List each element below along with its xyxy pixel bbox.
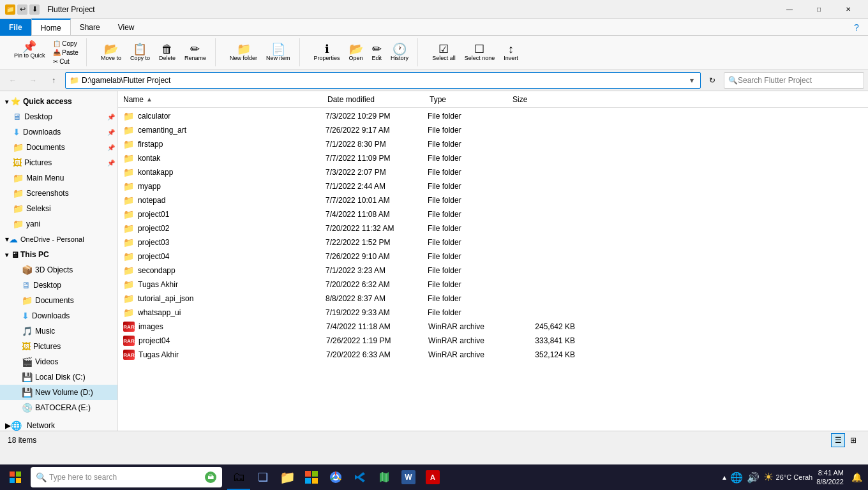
new-item-btn[interactable]: 📄New item [262, 42, 294, 63]
sidebar-item-documents-pc[interactable]: 📁 Documents [0, 293, 117, 308]
file-row[interactable]: 📁 cemanting_art 7/26/2022 9:17 AM File f… [118, 123, 868, 137]
file-row[interactable]: RAR project04 7/26/2022 1:19 PM WinRAR a… [118, 334, 868, 348]
sidebar-item-downloads-quick[interactable]: ⬇ Downloads 📌 [0, 124, 117, 140]
taskbar-app-word[interactable]: W [397, 464, 420, 490]
paste-btn[interactable]: 📥 Paste [50, 48, 81, 57]
col-header-date[interactable]: Date modified [327, 91, 430, 108]
sidebar-item-localc[interactable]: 💾 Local Disk (C:) [0, 369, 117, 385]
sidebar-item-newvol[interactable]: 💾 New Volume (D:) [0, 385, 117, 400]
start-button[interactable] [3, 464, 28, 490]
address-bar[interactable]: 📁 D:\gamelab\Flutter Project ▾ [65, 72, 701, 89]
file-row[interactable]: 📁 myapp 7/1/2022 2:44 AM File folder [118, 179, 868, 193]
maximize-button[interactable]: □ [804, 0, 834, 19]
back-button[interactable]: ← [4, 72, 22, 89]
file-row[interactable]: 📁 Tugas Akhir 7/20/2022 6:32 AM File fol… [118, 278, 868, 292]
sidebar-item-music[interactable]: 🎵 Music [0, 323, 117, 339]
ribbon-help-button[interactable]: ? [848, 19, 865, 36]
taskbar-app-task-view[interactable]: ❑ [251, 464, 274, 490]
sidebar-item-videos[interactable]: 🎬 Videos [0, 354, 117, 369]
tab-home[interactable]: Home [31, 19, 71, 35]
select-all-btn[interactable]: ☑Select all [428, 42, 460, 63]
select-none-btn[interactable]: ☐Select none [461, 42, 499, 63]
col-header-type[interactable]: Type [430, 91, 513, 108]
file-row[interactable]: 📁 project03 7/22/2022 1:52 PM File folde… [118, 235, 868, 249]
tab-view[interactable]: View [109, 19, 144, 36]
details-view-button[interactable]: ☰ [831, 433, 845, 447]
sidebar-item-mainmenu[interactable]: 📁 Main Menu [0, 170, 117, 186]
move-to-btn[interactable]: 📂Move to [97, 42, 125, 63]
minimize-button[interactable]: — [775, 0, 804, 19]
file-row[interactable]: 📁 whatsapp_ui 7/19/2022 9:33 AM File fol… [118, 306, 868, 320]
file-row[interactable]: RAR images 7/4/2022 11:18 AM WinRAR arch… [118, 320, 868, 334]
address-dropdown-button[interactable]: ▾ [687, 76, 696, 85]
forward-button[interactable]: → [24, 72, 42, 89]
sidebar-item-pictures-pc[interactable]: 🖼 Pictures [0, 339, 117, 354]
col-header-name[interactable]: Name ▲ [123, 91, 327, 108]
taskbar-app-maps[interactable] [373, 464, 396, 490]
file-date: 7/26/2022 1:19 PM [326, 336, 428, 345]
taskbar-app-chrome[interactable] [324, 464, 347, 490]
sidebar-item-desktop-quick[interactable]: 🖥 Desktop 📌 [0, 109, 117, 124]
volume-icon[interactable]: 🔊 [747, 471, 760, 484]
search-box[interactable]: 🔍 [724, 72, 864, 89]
clock[interactable]: 8:41 AM 8/8/2022 [816, 468, 844, 487]
file-row[interactable]: 📁 notepad 7/7/2022 10:01 AM File folder [118, 193, 868, 207]
cut-btn[interactable]: ✂ Cut [50, 57, 81, 66]
file-row[interactable]: 📁 project01 7/4/2022 11:08 AM File folde… [118, 207, 868, 221]
invert-btn[interactable]: ↕Invert [500, 42, 522, 63]
large-icons-view-button[interactable]: ⊞ [846, 433, 860, 447]
pin-quick-access-btn[interactable]: 📌Pin to Quick [10, 40, 49, 66]
taskbar-expand-icon[interactable]: ▴ [722, 473, 726, 482]
sidebar-item-downloads-pc[interactable]: ⬇ Downloads [0, 308, 117, 323]
quick-access-header[interactable]: ▾ ⭐ Quick access [0, 94, 117, 109]
open-btn[interactable]: 📂Open [345, 42, 367, 63]
tab-file[interactable]: File [0, 19, 31, 36]
file-row[interactable]: 📁 kontakapp 7/3/2022 2:07 PM File folder [118, 165, 868, 179]
taskbar-app-store[interactable] [300, 464, 323, 490]
up-button[interactable]: ↑ [45, 72, 63, 89]
copy-btn[interactable]: 📋 Copy [50, 40, 81, 48]
file-row[interactable]: 📁 project02 7/20/2022 11:32 AM File fold… [118, 221, 868, 235]
thispc-header[interactable]: ▾ 🖥 This PC [0, 247, 117, 262]
taskbar-app-file-manager[interactable]: 📁 [276, 464, 299, 490]
taskbar-app-vscode[interactable] [348, 464, 371, 490]
new-folder-btn[interactable]: 📁New folder [226, 42, 261, 63]
sidebar-downloads-pc-label: Downloads [32, 311, 70, 320]
sidebar-item-documents-quick[interactable]: 📁 Documents 📌 [0, 140, 117, 155]
edit-btn[interactable]: ✏Edit [368, 42, 386, 63]
history-btn[interactable]: 🕐History [387, 42, 412, 63]
col-header-size[interactable]: Size [513, 91, 576, 108]
sidebar-item-pictures-quick[interactable]: 🖼 Pictures 📌 [0, 155, 117, 170]
sidebar-item-batocera[interactable]: 💿 BATOCERA (E:) [0, 400, 117, 415]
file-row[interactable]: 📁 kontak 7/7/2022 11:09 PM File folder [118, 151, 868, 165]
weather-display[interactable]: ☀ 26°C Cerah [763, 470, 813, 484]
file-row[interactable]: 📁 tutorial_api_json 8/8/2022 8:37 AM Fil… [118, 292, 868, 306]
file-row[interactable]: 📁 calculator 7/3/2022 10:29 PM File fold… [118, 109, 868, 123]
close-button[interactable]: ✕ [834, 0, 863, 19]
sidebar-item-onedrive[interactable]: ▾ ☁ OneDrive - Personal [0, 232, 117, 247]
title-icon-2[interactable]: ↩ [17, 4, 27, 15]
file-row[interactable]: 📁 firstapp 7/1/2022 8:30 PM File folder [118, 137, 868, 151]
sidebar-item-network[interactable]: ▶ 🌐 Network [0, 418, 117, 431]
rename-btn[interactable]: ✏Rename [181, 42, 210, 63]
taskbar-app-acrobat[interactable]: A [421, 464, 444, 490]
notification-button[interactable]: 🔔 [848, 464, 865, 490]
file-row[interactable]: 📁 project04 7/26/2022 9:10 AM File folde… [118, 249, 868, 264]
sidebar-item-yani[interactable]: 📁 yani [0, 216, 117, 232]
taskbar-app-file-explorer[interactable]: 🗂 [227, 464, 250, 490]
taskbar-search-box[interactable]: 🔍 Type here to search 🏔 [31, 467, 222, 487]
sidebar-item-screenshots[interactable]: 📁 Screenshots [0, 186, 117, 201]
copy-to-btn[interactable]: 📋Copy to [126, 42, 154, 63]
search-input[interactable] [738, 76, 860, 85]
sidebar-item-3dobjects[interactable]: 📦 3D Objects [0, 262, 117, 278]
tab-share[interactable]: Share [71, 19, 109, 36]
file-row[interactable]: RAR Tugas Akhir 7/20/2022 6:33 AM WinRAR… [118, 348, 868, 362]
network-status-icon[interactable]: 🌐 [730, 471, 743, 484]
sidebar-item-desktop-pc[interactable]: 🖥 Desktop [0, 278, 117, 293]
refresh-button[interactable]: ↻ [703, 72, 721, 89]
title-icon-3[interactable]: ⬇ [29, 4, 40, 15]
properties-btn[interactable]: ℹProperties [310, 42, 344, 63]
file-row[interactable]: 📁 secondapp 7/1/2022 3:23 AM File folder [118, 264, 868, 278]
sidebar-item-seleksi[interactable]: 📁 Seleksi [0, 201, 117, 216]
delete-btn[interactable]: 🗑Delete [155, 42, 179, 63]
